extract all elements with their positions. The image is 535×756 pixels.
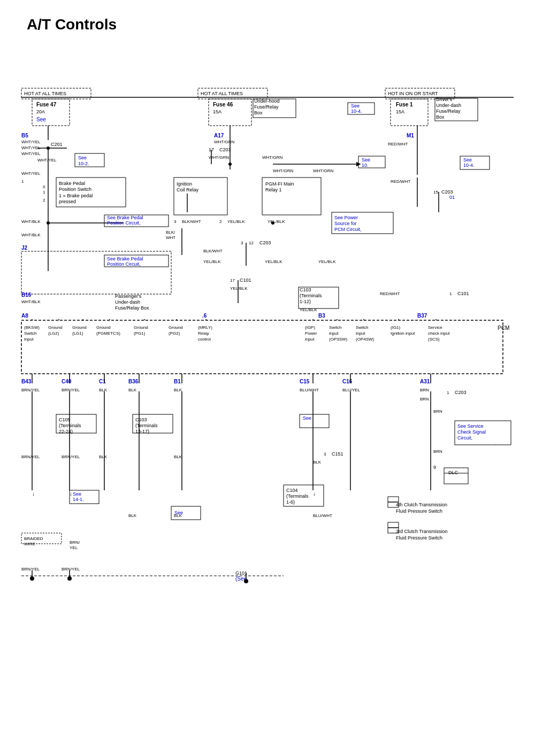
svg-text:BLK: BLK bbox=[174, 454, 182, 459]
svg-text:Fluid Pressure Switch: Fluid Pressure Switch bbox=[396, 508, 442, 514]
svg-text:HOT AT ALL TIMES: HOT AT ALL TIMES bbox=[24, 91, 66, 96]
svg-text:Switch: Switch bbox=[24, 331, 37, 336]
svg-text:HOT AT ALL TIMES: HOT AT ALL TIMES bbox=[201, 91, 243, 96]
svg-text:See Power: See Power bbox=[334, 215, 358, 220]
svg-text:Brake Pedal: Brake Pedal bbox=[59, 181, 85, 186]
svg-text:PCM Circuit,: PCM Circuit, bbox=[334, 227, 362, 232]
svg-text:YEL/BLK: YEL/BLK bbox=[265, 259, 282, 264]
svg-text:YEL/BLK: YEL/BLK bbox=[203, 259, 221, 264]
svg-text:B16: B16 bbox=[21, 292, 32, 298]
svg-text:BRN: BRN bbox=[433, 449, 442, 454]
svg-text:B3: B3 bbox=[318, 313, 325, 319]
svg-text:4th Clutch Transmission: 4th Clutch Transmission bbox=[396, 502, 447, 507]
svg-text:HOT IN ON OR START: HOT IN ON OR START bbox=[388, 91, 438, 96]
svg-text:See: See bbox=[351, 103, 360, 109]
svg-text:BLU/WHT: BLU/WHT bbox=[313, 513, 332, 518]
svg-text:2: 2 bbox=[43, 198, 45, 203]
svg-text:C105: C105 bbox=[59, 417, 71, 422]
svg-text:Position Circuit,: Position Circuit, bbox=[107, 220, 141, 226]
svg-text:Fuse 46: Fuse 46 bbox=[213, 102, 233, 107]
svg-text:BRN: BRN bbox=[420, 397, 429, 402]
svg-text:See: See bbox=[362, 157, 370, 163]
svg-text:C16: C16 bbox=[342, 379, 353, 384]
svg-text:.: . bbox=[495, 441, 496, 446]
svg-text:B43: B43 bbox=[21, 379, 32, 384]
svg-text:Ignition: Ignition bbox=[177, 181, 192, 187]
svg-text:WHT/GRN: WHT/GRN bbox=[214, 140, 234, 144]
svg-text:BRN/YEL: BRN/YEL bbox=[62, 567, 80, 572]
svg-text:C203: C203 bbox=[455, 390, 467, 395]
svg-text:B37: B37 bbox=[417, 313, 427, 319]
svg-text:BLK/: BLK/ bbox=[166, 230, 175, 235]
svg-text:↓: ↓ bbox=[32, 491, 35, 497]
svg-text:C103: C103 bbox=[135, 417, 147, 422]
svg-text:1: 1 bbox=[449, 291, 452, 296]
svg-text:Under-dash: Under-dash bbox=[115, 299, 140, 305]
svg-text:input: input bbox=[329, 331, 339, 336]
svg-text:M1: M1 bbox=[407, 133, 414, 138]
svg-text:BLU/WHT: BLU/WHT bbox=[300, 388, 319, 392]
svg-text:(PG2): (PG2) bbox=[169, 331, 180, 336]
svg-text:Relay: Relay bbox=[198, 331, 209, 336]
svg-text:Switch: Switch bbox=[329, 325, 342, 330]
svg-text:BRN: BRN bbox=[433, 409, 442, 414]
svg-text:1: 1 bbox=[21, 179, 24, 184]
svg-text:BLK: BLK bbox=[313, 460, 322, 465]
svg-text:(SCS): (SCS) bbox=[428, 337, 440, 342]
svg-text:A31: A31 bbox=[420, 379, 430, 384]
svg-text:YEL: YEL bbox=[70, 545, 78, 550]
svg-text:BLK/WHT: BLK/WHT bbox=[182, 219, 201, 224]
svg-text:C15: C15 bbox=[300, 379, 310, 384]
svg-text:Fuse/Relay: Fuse/Relay bbox=[436, 109, 461, 114]
svg-text:1-12): 1-12) bbox=[300, 299, 311, 304]
svg-text:Switch: Switch bbox=[356, 325, 369, 330]
svg-text:RED/WHT: RED/WHT bbox=[380, 291, 400, 296]
svg-text:.6: .6 bbox=[202, 313, 207, 319]
svg-point-283 bbox=[228, 163, 232, 166]
svg-text:Ground: Ground bbox=[72, 325, 87, 330]
svg-text:control: control bbox=[198, 337, 211, 342]
svg-text:(LG1): (LG1) bbox=[72, 331, 83, 336]
svg-text:(Terminals: (Terminals bbox=[59, 423, 81, 428]
svg-text:10.: 10. bbox=[362, 163, 369, 168]
svg-text:3: 3 bbox=[324, 452, 326, 457]
svg-text:PCM: PCM bbox=[498, 325, 509, 331]
svg-text:(BKSW): (BKSW) bbox=[24, 325, 40, 330]
svg-text:PGM-FI Main: PGM-FI Main bbox=[265, 181, 294, 187]
svg-text:0: 0 bbox=[43, 184, 45, 189]
svg-text:(PG1): (PG1) bbox=[134, 331, 146, 336]
svg-text:B5: B5 bbox=[21, 133, 28, 138]
svg-text:WIRE: WIRE bbox=[24, 542, 35, 546]
svg-text:See: See bbox=[78, 155, 87, 160]
svg-text:WHT/YEL: WHT/YEL bbox=[37, 158, 57, 163]
svg-text:BRN/YEL: BRN/YEL bbox=[21, 567, 40, 572]
page-title: A/T Controls bbox=[0, 0, 535, 41]
svg-text:(PGMETCS): (PGMETCS) bbox=[96, 331, 120, 336]
svg-point-285 bbox=[47, 221, 50, 225]
svg-text:↓: ↓ bbox=[313, 491, 316, 497]
svg-text:pressed: pressed bbox=[59, 199, 76, 204]
svg-text:BRAIDED: BRAIDED bbox=[24, 536, 43, 541]
svg-text:A17: A17 bbox=[214, 133, 224, 138]
svg-text:RED/WHT: RED/WHT bbox=[388, 142, 408, 146]
svg-text:(IG1): (IG1) bbox=[391, 325, 401, 330]
svg-text:J2: J2 bbox=[21, 245, 28, 251]
svg-text:Fluid Pressure Switch: Fluid Pressure Switch bbox=[396, 535, 442, 541]
svg-text:C151: C151 bbox=[332, 451, 343, 457]
svg-text:BRN/: BRN/ bbox=[70, 540, 80, 545]
svg-text:Fuse/Relay Box: Fuse/Relay Box bbox=[115, 305, 149, 311]
svg-text:WHT/YEL: WHT/YEL bbox=[21, 140, 41, 144]
svg-text:Passenger's: Passenger's bbox=[115, 294, 142, 299]
svg-text:DLC: DLC bbox=[448, 470, 458, 475]
svg-text:(OP3SW): (OP3SW) bbox=[329, 337, 348, 342]
svg-text:WHT/BLK: WHT/BLK bbox=[21, 233, 41, 237]
svg-text:C101: C101 bbox=[457, 291, 469, 296]
svg-text:WHT/GRN: WHT/GRN bbox=[262, 155, 282, 160]
svg-text:See Service: See Service bbox=[457, 423, 484, 429]
svg-text:See Brake Pedal: See Brake Pedal bbox=[107, 256, 143, 261]
svg-text:Relay 1: Relay 1 bbox=[265, 187, 282, 192]
svg-text:YEL/BLK: YEL/BLK bbox=[318, 259, 336, 264]
svg-text:Circuit,: Circuit, bbox=[457, 435, 472, 441]
svg-text:9: 9 bbox=[433, 465, 436, 470]
svg-text:BRN/YEL: BRN/YEL bbox=[62, 454, 80, 459]
